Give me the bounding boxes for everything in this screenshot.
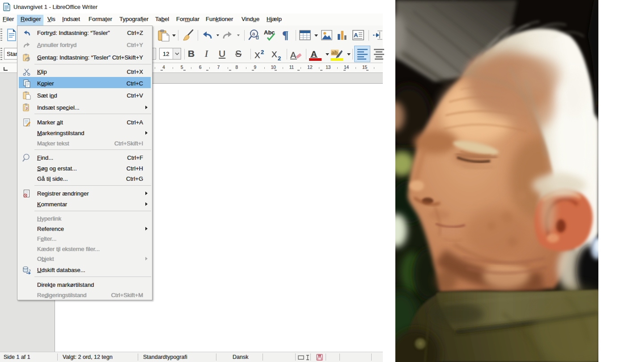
- svg-text:2: 2: [261, 49, 264, 55]
- svg-text:¶: ¶: [282, 29, 288, 42]
- svg-text:X: X: [271, 50, 277, 59]
- svg-text:A: A: [354, 32, 358, 38]
- svg-text:a: a: [252, 31, 255, 36]
- svg-text:ab: ab: [331, 50, 338, 56]
- svg-text:?: ?: [25, 106, 28, 110]
- svg-text:A: A: [290, 50, 297, 60]
- svg-text:2: 2: [278, 55, 281, 61]
- svg-text:d: d: [256, 34, 259, 41]
- svg-text:X: X: [254, 51, 260, 60]
